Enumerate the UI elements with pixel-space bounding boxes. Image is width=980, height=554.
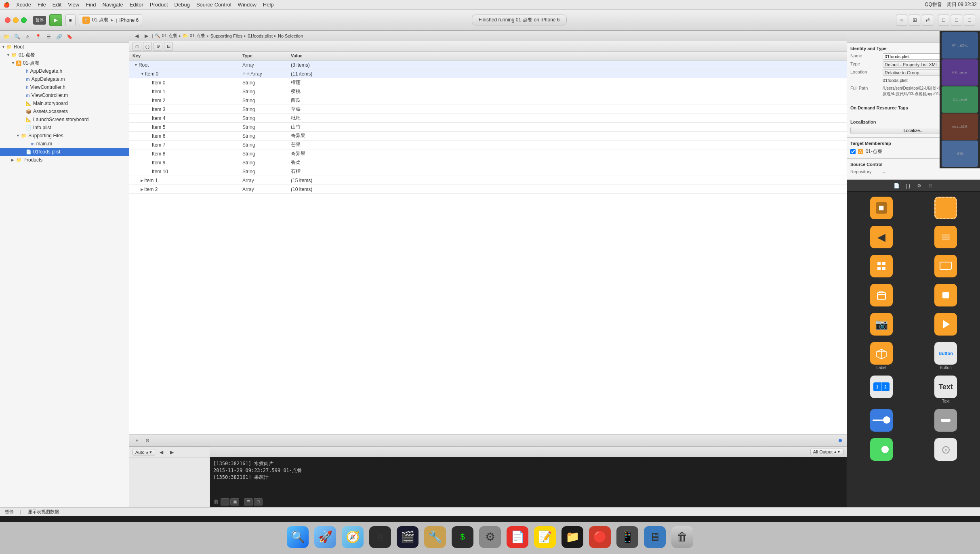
menu-source-control[interactable]: Source Control — [196, 2, 231, 8]
view-btn2[interactable]: ⊡ — [254, 498, 263, 506]
dock-finder[interactable]: 🔍 — [286, 526, 310, 550]
lib-item-dashed[interactable] — [915, 195, 977, 222]
dock-safari[interactable]: 🧭 — [341, 526, 365, 550]
tree-item-appdelegate-h[interactable]: h AppDelegate.h — [0, 67, 129, 75]
breadcrumb-project[interactable]: 01-点餐 — [162, 33, 177, 39]
lib-item-grid[interactable] — [850, 253, 913, 280]
tree-item-supporting-files[interactable]: 📁 Supporting Files — [0, 132, 129, 140]
dock-app2[interactable]: 📱 — [615, 526, 639, 550]
dock-launchpad[interactable]: 🚀 — [313, 526, 337, 550]
menu-navigate[interactable]: Navigate — [102, 2, 123, 8]
split-btn1[interactable]: □ — [221, 498, 229, 506]
apple-menu[interactable]: 🍎 — [3, 2, 10, 8]
menu-window[interactable]: Window — [238, 2, 257, 8]
tree-item-viewcontroller-m[interactable]: m ViewController.m — [0, 91, 129, 99]
lib-item-play[interactable] — [915, 311, 977, 338]
lib-item-toggle[interactable] — [850, 436, 913, 463]
tree-item-01dc[interactable]: 📁 01-点餐 — [0, 51, 129, 59]
target-checkbox[interactable] — [850, 149, 856, 154]
auto-selector[interactable]: Auto ▲▼ — [132, 449, 155, 455]
view-btn1[interactable]: ☰ — [244, 498, 253, 506]
reports-btn[interactable]: 🔗 — [54, 32, 64, 42]
lib-item-small[interactable] — [915, 282, 977, 309]
search-nav-btn[interactable]: 🔍 — [12, 32, 22, 42]
console-trash-btn[interactable]: 🗑 — [213, 499, 219, 505]
breadcrumb-target[interactable]: 01-点餐 — [190, 33, 205, 39]
thumb-3[interactable]: ZJL...etail — [942, 86, 978, 113]
thumb-4[interactable]: ios1...试题 — [942, 113, 978, 140]
tree-item-main-m[interactable]: m main.m — [0, 140, 129, 148]
lib-item-button[interactable]: Button Button — [915, 340, 977, 371]
thumb-2[interactable]: KSI...aster — [942, 59, 978, 86]
breadcrumb-supporting[interactable]: Supporting Files — [210, 34, 243, 38]
menu-find[interactable]: Find — [86, 2, 96, 8]
plist-row-0-7[interactable]: Item 7 String 芒果 — [129, 141, 847, 149]
dock-tools[interactable]: 🔧 — [423, 526, 447, 550]
lib-item-gray[interactable] — [915, 407, 977, 434]
plist-row-0-3[interactable]: Item 3 String 草莓 — [129, 105, 847, 114]
folder-icon-btn[interactable]: 📁 — [2, 32, 11, 42]
bookmark-btn[interactable]: 🔖 — [65, 32, 74, 42]
output-selector[interactable]: All Output ▲▼ — [810, 449, 843, 455]
nav-right-btn[interactable]: ▶ — [142, 32, 150, 40]
console-prev-btn[interactable]: ◀ — [157, 448, 166, 457]
minimize-button[interactable] — [13, 17, 19, 23]
plist-row-0-1[interactable]: Item 1 String 樱桃 — [129, 87, 847, 96]
breadcrumb-file[interactable]: 01foods.plist — [248, 34, 273, 38]
lib-gear-btn[interactable]: ⚙ — [915, 181, 924, 190]
lib-braces-btn[interactable]: { } — [904, 181, 913, 190]
dock-trash[interactable]: 🗑 — [670, 526, 694, 550]
menu-product[interactable]: Product — [150, 2, 168, 8]
disclosure-products[interactable] — [11, 158, 16, 162]
dock-terminal[interactable]: $ — [450, 526, 475, 550]
tree-item-products[interactable]: 📁 Products — [0, 156, 129, 164]
lib-item-cube[interactable]: Label — [850, 340, 913, 371]
plist-row-0-4[interactable]: Item 4 String 枇杷 — [129, 114, 847, 123]
lib-item-record[interactable]: ⏹ — [850, 195, 913, 222]
disclosure-supporting[interactable] — [16, 134, 21, 138]
lib-item-camera[interactable]: 📷 — [850, 311, 913, 338]
scheme-selector[interactable]: 🍴 01-点餐 ▸ | iPhone 6 — [79, 14, 143, 26]
close-button[interactable] — [5, 17, 11, 23]
tree-item-01foods-plist[interactable]: 📄 01foods.plist — [0, 148, 129, 156]
dock-mouse[interactable]: 🖱 — [368, 526, 392, 550]
dock-notes[interactable]: 📝 — [533, 526, 557, 550]
menu-edit[interactable]: Edit — [53, 2, 61, 8]
lib-item-list[interactable] — [915, 224, 977, 251]
plist-row-0-0[interactable]: Item 0 String 榴莲 — [129, 78, 847, 87]
menu-view[interactable]: View — [68, 2, 79, 8]
plist-row-item0-header[interactable]: ▼ Item 0 ⊖ ⊕ Array (11 items) — [129, 69, 847, 78]
plist-row-0-5[interactable]: Item 5 String 山竹 — [129, 123, 847, 132]
plist-btn1[interactable]: □ — [132, 42, 141, 51]
dock-dark-folder[interactable]: 📁 — [560, 526, 585, 550]
tree-item-01dc-sub[interactable]: A 01-点餐 — [0, 59, 129, 67]
tree-item-root[interactable]: 📁 Root — [0, 43, 129, 51]
dock-dvd[interactable]: 🎬 — [395, 526, 420, 550]
plist-btn2[interactable]: ( ) — [143, 42, 152, 51]
list-view-btn[interactable]: ≡ — [896, 15, 907, 26]
run-button[interactable]: ▶ — [49, 14, 62, 26]
dock-pdf[interactable]: 📄 — [505, 526, 530, 550]
lib-square-btn[interactable]: □ — [926, 181, 935, 190]
tree-item-appdelegate-m[interactable]: m AppDelegate.m — [0, 75, 129, 83]
disclosure-01dc[interactable] — [6, 53, 11, 57]
menu-file[interactable]: File — [38, 2, 46, 8]
plist-row-0-2[interactable]: Item 2 String 西瓜 — [129, 96, 847, 105]
issues-btn[interactable]: ⚠ — [23, 32, 32, 42]
tree-item-info-plist[interactable]: 📄 Info.plist — [0, 124, 129, 132]
utilities-btn[interactable]: □ — [964, 15, 975, 26]
lib-item-spinner[interactable]: ⊙ — [915, 436, 977, 463]
disclosure-root[interactable] — [2, 45, 6, 49]
console-next-btn[interactable]: ▶ — [167, 448, 176, 457]
nav-left-btn[interactable]: ◀ — [132, 32, 141, 40]
lib-item-slider[interactable] — [850, 407, 913, 434]
menu-editor[interactable]: Editor — [130, 2, 143, 8]
plist-row-0-9[interactable]: Item 9 String 香柔 — [129, 158, 847, 167]
plist-row-0-10[interactable]: Item 10 String 石榴 — [129, 167, 847, 176]
menu-help[interactable]: Help — [263, 2, 274, 8]
debug-btn[interactable]: □ — [951, 15, 962, 26]
stop-button[interactable]: ■ — [65, 14, 76, 26]
plist-btn3[interactable]: ⊕ — [154, 42, 162, 51]
debug-nav-btn[interactable]: ☰ — [44, 32, 53, 42]
hide-btn[interactable]: ⊖ — [143, 436, 152, 445]
